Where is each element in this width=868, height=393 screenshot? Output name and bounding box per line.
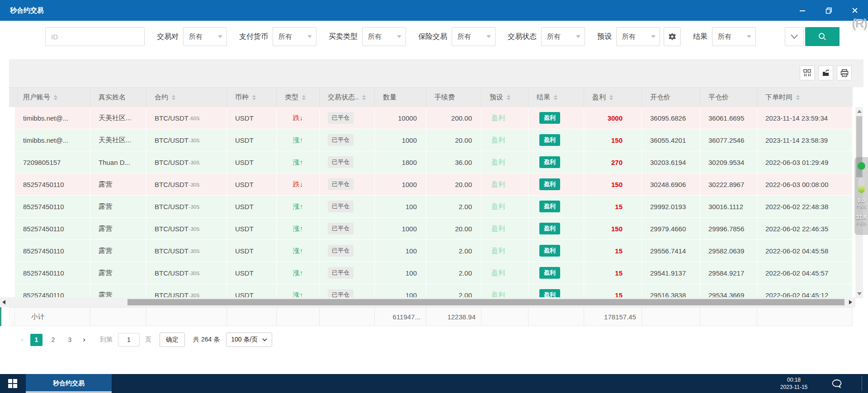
export-button[interactable] bbox=[818, 66, 833, 80]
cell-blank bbox=[9, 151, 15, 173]
close-icon bbox=[852, 7, 858, 14]
column-header-profit[interactable]: 盈利 bbox=[584, 88, 642, 107]
filter-select[interactable]: 所有 bbox=[273, 27, 316, 46]
cell-realname: 露营 bbox=[90, 173, 146, 196]
result-badge: 盈利 bbox=[539, 156, 560, 168]
sort-icon[interactable] bbox=[796, 95, 800, 100]
column-header-label: 真实姓名 bbox=[99, 93, 126, 102]
cell-profit: 15 bbox=[584, 262, 642, 284]
show-desktop-divider[interactable] bbox=[862, 376, 862, 391]
cell-amount-text: 100 bbox=[406, 291, 417, 298]
expand-filters-button[interactable] bbox=[785, 27, 804, 46]
column-header-label: 用户账号 bbox=[23, 93, 50, 102]
scroll-left-icon[interactable] bbox=[2, 300, 5, 304]
cell-status: 已平仓 bbox=[320, 240, 375, 262]
table-row[interactable]: 85257450110露营BTC/USDT-30SUSDT涨↑已平仓1002.0… bbox=[9, 196, 853, 218]
cell-fee-text: 2.00 bbox=[459, 269, 472, 277]
column-header-contract[interactable]: 合约 bbox=[146, 88, 227, 107]
table-row[interactable]: 85257450110露营BTC/USDT-30SUSDT跌↓已平仓100020… bbox=[9, 173, 853, 196]
column-header-close_price[interactable]: 平仓价 bbox=[700, 88, 757, 107]
column-header-account[interactable]: 用户账号 bbox=[15, 88, 90, 107]
page-size-select[interactable]: 100 条/页 bbox=[226, 332, 272, 347]
cell-status: 已平仓 bbox=[320, 107, 375, 129]
table-row[interactable]: 85257450110露营BTC/USDT-30SUSDT涨↑已平仓100020… bbox=[9, 218, 853, 240]
scroll-right-icon[interactable] bbox=[849, 300, 852, 304]
column-settings-button[interactable] bbox=[800, 66, 815, 80]
sort-icon[interactable] bbox=[252, 95, 256, 100]
filter-select[interactable]: 所有 bbox=[452, 27, 495, 46]
column-header-coin[interactable]: 币种 bbox=[227, 88, 277, 107]
taskbar-clock[interactable]: 00:18 2023-11-15 bbox=[773, 376, 815, 391]
filter-label: 预设 bbox=[597, 32, 612, 42]
sort-icon[interactable] bbox=[302, 95, 306, 100]
filter-select[interactable]: 所有 bbox=[616, 27, 660, 46]
cell-account: timibbs.net@... bbox=[15, 129, 90, 151]
column-header-label: 类型 bbox=[285, 93, 298, 102]
result-badge: 盈利 bbox=[539, 178, 560, 190]
cell-type-text: 涨↑ bbox=[293, 225, 303, 233]
cell-result: 盈利 bbox=[528, 129, 584, 151]
sort-icon[interactable] bbox=[362, 95, 366, 100]
scroll-down-icon[interactable] bbox=[857, 292, 862, 295]
table-row[interactable]: 85257450110露营BTC/USDT-30SUSDT涨↑已平仓1002.0… bbox=[9, 262, 853, 284]
taskbar-app-button[interactable]: 秒合约交易 bbox=[26, 374, 112, 393]
network-monitor-overlay: 0.0 ↑ K/s 37.4 ↓ K/s bbox=[854, 157, 868, 235]
id-search-input[interactable] bbox=[45, 27, 145, 46]
notification-button[interactable] bbox=[831, 378, 843, 390]
cell-close-price-text: 36061.6695 bbox=[708, 114, 744, 122]
sort-icon[interactable] bbox=[172, 95, 175, 100]
search-button[interactable] bbox=[805, 27, 840, 46]
cell-amount-text: 100 bbox=[406, 269, 417, 277]
status-badge: 已平仓 bbox=[328, 112, 354, 124]
column-header-type[interactable]: 类型 bbox=[277, 88, 320, 107]
prev-page-button[interactable]: ‹ bbox=[16, 334, 28, 346]
cell-profit-text: 15 bbox=[615, 291, 623, 298]
horizontal-scrollbar[interactable] bbox=[0, 297, 855, 307]
table-row[interactable]: 85257450110露营BTC/USDT-30SUSDT涨↑已平仓1002.0… bbox=[9, 240, 853, 262]
table-row[interactable]: timibbs.net@...天美社区...BTC/USDT-30SUSDT涨↑… bbox=[9, 129, 853, 151]
sort-icon[interactable] bbox=[507, 95, 510, 100]
start-button[interactable] bbox=[0, 374, 25, 393]
filter-select[interactable]: 所有 bbox=[712, 27, 756, 46]
status-badge: 已平仓 bbox=[328, 267, 354, 279]
page-button-2[interactable]: 2 bbox=[47, 334, 59, 346]
sort-icon[interactable] bbox=[54, 95, 57, 100]
column-header-realname[interactable]: 真实姓名 bbox=[90, 88, 146, 107]
column-header-order_time[interactable]: 下单时间 bbox=[757, 88, 853, 107]
table-row[interactable]: 85257450110露营BTC/USDT-30SUSDT涨↑已平仓1002.0… bbox=[9, 284, 853, 297]
table-row[interactable]: 7209805157Thuan D...BTC/USDT-30SUSDT涨↑已平… bbox=[9, 151, 853, 173]
print-button[interactable] bbox=[837, 66, 852, 80]
filter-group: 交易对所有 bbox=[157, 27, 227, 46]
filter-select[interactable]: 所有 bbox=[183, 27, 227, 46]
confirm-page-button[interactable]: 确定 bbox=[160, 332, 185, 347]
table-row[interactable]: timibbs.net@...天美社区...BTC/USDT-60SUSDT跌↓… bbox=[9, 107, 853, 129]
column-header-status[interactable]: 交易状态.. bbox=[320, 88, 375, 107]
column-header-amount[interactable]: 数量 bbox=[375, 88, 426, 107]
scroll-up-icon[interactable] bbox=[857, 110, 862, 113]
cell-close-price: 36077.2546 bbox=[700, 129, 757, 151]
cell-profit-text: 3000 bbox=[608, 114, 623, 122]
cell-coin: USDT bbox=[227, 173, 277, 196]
column-header-fee[interactable]: 手续费 bbox=[426, 88, 481, 107]
filter-select[interactable]: 所有 bbox=[541, 27, 585, 46]
sort-icon[interactable] bbox=[609, 95, 613, 100]
next-page-button[interactable]: › bbox=[78, 334, 90, 346]
preset-settings-button[interactable] bbox=[664, 27, 681, 46]
filter-select[interactable]: 所有 bbox=[362, 27, 406, 46]
page-button-1[interactable]: 1 bbox=[30, 334, 42, 346]
sort-icon[interactable] bbox=[554, 95, 557, 100]
column-header-preset[interactable]: 预设 bbox=[481, 88, 528, 107]
cell-preset-text: 盈利 bbox=[491, 180, 505, 189]
minimize-button[interactable] bbox=[789, 0, 816, 21]
cell-account: 85257450110 bbox=[15, 173, 90, 196]
restore-button[interactable] bbox=[816, 0, 842, 21]
cell-type: 跌↓ bbox=[277, 107, 320, 129]
cell-profit: 150 bbox=[584, 129, 642, 151]
cell-open-price-text: 30248.6906 bbox=[650, 181, 686, 188]
horizontal-scrollbar-thumb[interactable] bbox=[127, 299, 844, 305]
cell-fee: 2.00 bbox=[426, 262, 481, 284]
column-header-result[interactable]: 结果 bbox=[528, 88, 584, 107]
goto-page-input[interactable] bbox=[118, 333, 140, 346]
page-button-3[interactable]: 3 bbox=[64, 334, 76, 346]
column-header-open_price[interactable]: 开仓价 bbox=[642, 88, 700, 107]
